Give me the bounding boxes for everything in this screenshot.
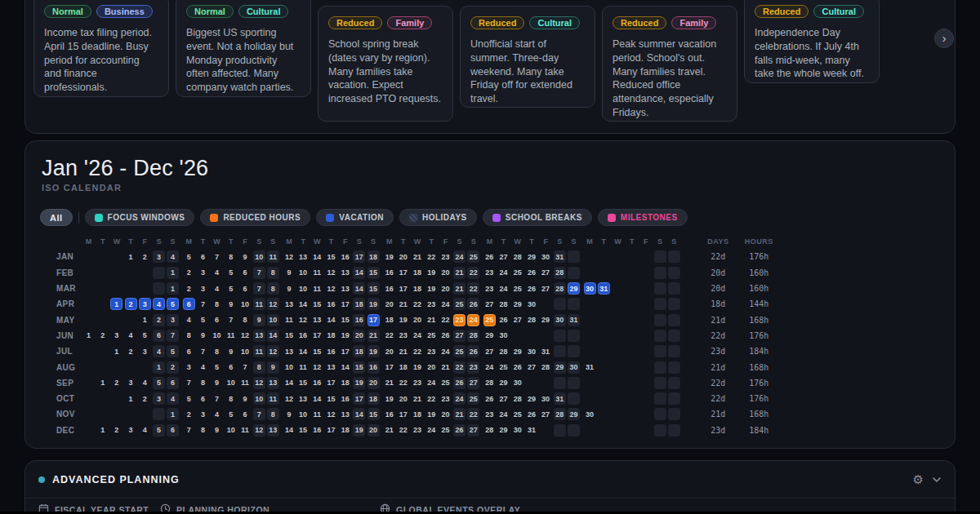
- day-cell[interactable]: 19: [353, 424, 365, 436]
- day-cell[interactable]: 23: [483, 408, 496, 420]
- day-cell[interactable]: 23: [425, 345, 438, 357]
- day-cell[interactable]: 5: [225, 267, 237, 279]
- day-cell[interactable]: 18: [397, 361, 409, 374]
- day-cell[interactable]: 1: [110, 298, 122, 310]
- day-cell[interactable]: 4: [153, 298, 165, 310]
- day-cell[interactable]: 14: [353, 267, 365, 279]
- day-cell[interactable]: 11: [297, 361, 310, 374]
- day-cell[interactable]: 8: [225, 250, 237, 263]
- day-cell[interactable]: 14: [297, 345, 310, 357]
- day-cell[interactable]: 4: [211, 282, 223, 295]
- day-cell[interactable]: 12: [297, 314, 310, 326]
- day-cell[interactable]: 23: [453, 314, 466, 326]
- day-cell[interactable]: 16: [383, 267, 395, 279]
- day-cell[interactable]: 8: [267, 267, 279, 279]
- filter-chip-all[interactable]: All: [40, 209, 73, 226]
- day-cell[interactable]: 1: [153, 361, 165, 374]
- day-cell[interactable]: 20: [368, 377, 380, 389]
- day-cell[interactable]: 20: [353, 330, 365, 342]
- day-cell[interactable]: 16: [311, 377, 323, 389]
- day-cell[interactable]: 2: [125, 345, 137, 357]
- day-cell[interactable]: 5: [183, 250, 195, 263]
- day-cell[interactable]: 20: [383, 345, 395, 357]
- day-cell[interactable]: 23: [425, 298, 438, 310]
- day-cell[interactable]: 31: [598, 282, 610, 295]
- day-cell[interactable]: 15: [368, 408, 380, 420]
- day-cell[interactable]: 4: [183, 314, 195, 326]
- day-cell[interactable]: 2: [183, 282, 195, 295]
- day-cell[interactable]: 18: [383, 314, 395, 326]
- day-cell[interactable]: 1: [96, 424, 109, 436]
- day-cell[interactable]: 18: [412, 282, 424, 295]
- day-cell[interactable]: 13: [339, 408, 351, 420]
- day-cell[interactable]: 23: [412, 377, 424, 389]
- day-cell[interactable]: 15: [311, 298, 323, 310]
- day-cell[interactable]: 26: [525, 282, 537, 295]
- day-cell[interactable]: 9: [211, 424, 223, 436]
- day-cell[interactable]: 31: [554, 392, 566, 405]
- day-cell[interactable]: 22: [467, 408, 479, 420]
- day-cell[interactable]: 14: [339, 361, 351, 374]
- day-cell[interactable]: 27: [540, 282, 552, 295]
- day-cell[interactable]: 26: [497, 314, 510, 326]
- day-cell[interactable]: 19: [353, 377, 365, 389]
- day-cell[interactable]: 22: [467, 282, 479, 295]
- day-cell[interactable]: 4: [139, 424, 151, 436]
- day-cell[interactable]: 28: [511, 392, 523, 405]
- day-cell[interactable]: 2: [139, 392, 151, 405]
- day-cell[interactable]: 25: [511, 408, 523, 420]
- day-cell[interactable]: 24: [453, 392, 466, 405]
- day-cell[interactable]: 17: [339, 345, 351, 357]
- day-cell[interactable]: 25: [497, 361, 510, 374]
- day-cell[interactable]: 27: [483, 298, 496, 310]
- day-cell[interactable]: 21: [397, 345, 409, 357]
- day-cell[interactable]: 22: [383, 330, 395, 342]
- day-cell[interactable]: 30: [540, 392, 552, 405]
- day-cell[interactable]: 9: [225, 298, 237, 310]
- day-cell[interactable]: 29: [540, 314, 552, 326]
- day-cell[interactable]: 6: [197, 250, 209, 263]
- day-cell[interactable]: 8: [197, 424, 209, 436]
- day-cell[interactable]: 4: [139, 377, 151, 389]
- day-cell[interactable]: 30: [525, 345, 537, 357]
- day-cell[interactable]: 21: [383, 424, 395, 436]
- advanced-planning-header[interactable]: ADVANCED PLANNING ⚙: [25, 461, 955, 498]
- rail-next-button[interactable]: ›: [934, 29, 954, 48]
- day-cell[interactable]: 31: [568, 314, 580, 326]
- day-cell[interactable]: 14: [311, 250, 323, 263]
- day-cell[interactable]: 23: [467, 361, 479, 374]
- day-cell[interactable]: 21: [453, 282, 466, 295]
- day-cell[interactable]: 6: [225, 361, 237, 374]
- day-cell[interactable]: 28: [554, 282, 566, 295]
- day-cell[interactable]: 11: [238, 377, 251, 389]
- day-cell[interactable]: 3: [139, 298, 151, 310]
- day-cell[interactable]: 1: [125, 250, 137, 263]
- day-cell[interactable]: 2: [125, 298, 137, 310]
- day-cell[interactable]: 3: [153, 392, 165, 405]
- day-cell[interactable]: 1: [110, 345, 122, 357]
- day-cell[interactable]: 14: [353, 282, 365, 295]
- day-cell[interactable]: 19: [368, 298, 380, 310]
- day-cell[interactable]: 2: [110, 424, 122, 436]
- day-cell[interactable]: 9: [211, 377, 223, 389]
- day-cell[interactable]: 5: [183, 392, 195, 405]
- day-cell[interactable]: 5: [167, 345, 179, 357]
- day-cell[interactable]: 2: [96, 330, 109, 342]
- day-cell[interactable]: 18: [412, 267, 424, 279]
- day-cell[interactable]: 20: [397, 392, 409, 405]
- day-cell[interactable]: 12: [325, 408, 337, 420]
- day-cell[interactable]: 20: [412, 314, 424, 326]
- day-cell[interactable]: 7: [253, 267, 265, 279]
- day-cell[interactable]: 17: [397, 282, 409, 295]
- day-cell[interactable]: 17: [325, 377, 337, 389]
- day-cell[interactable]: 11: [283, 314, 295, 326]
- day-cell[interactable]: 2: [183, 408, 195, 420]
- day-cell[interactable]: 13: [297, 250, 310, 263]
- day-cell[interactable]: 18: [353, 298, 365, 310]
- day-cell[interactable]: 29: [568, 408, 580, 420]
- day-cell[interactable]: 24: [497, 267, 510, 279]
- day-cell[interactable]: 13: [325, 361, 337, 374]
- day-cell[interactable]: 26: [453, 424, 466, 436]
- day-cell[interactable]: 19: [383, 392, 395, 405]
- day-cell[interactable]: 22: [412, 298, 424, 310]
